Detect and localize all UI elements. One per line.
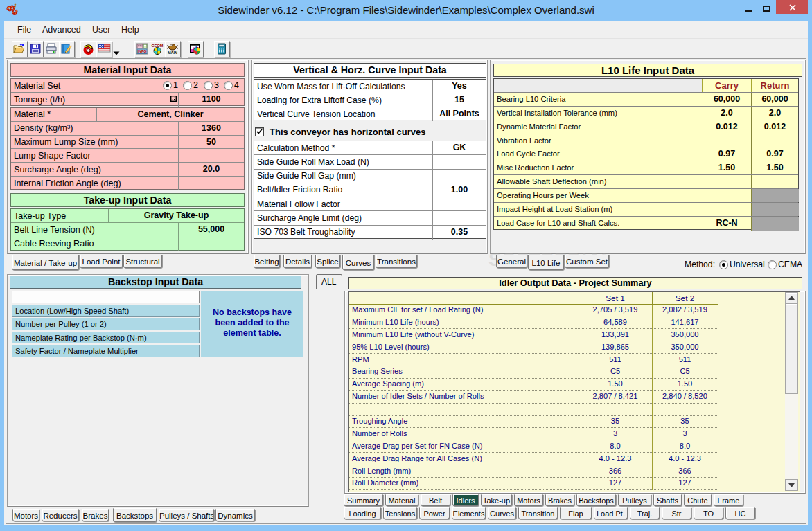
svg-text:MAIN: MAIN bbox=[168, 51, 177, 55]
svg-text:INFO: INFO bbox=[137, 49, 147, 53]
